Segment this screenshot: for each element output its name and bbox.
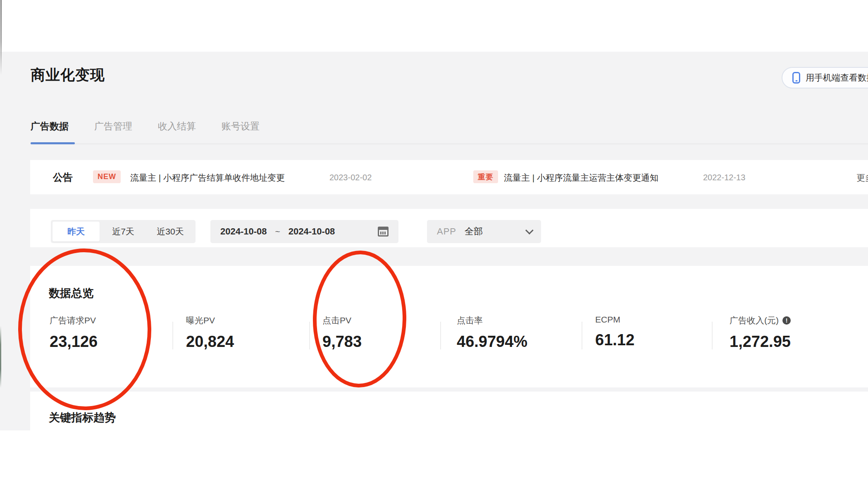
- app-filter-value: 全部: [465, 225, 483, 238]
- announcement-more-link[interactable]: 更多: [856, 172, 868, 184]
- date-range-picker[interactable]: 2024-10-08 ~ 2024-10-08: [210, 220, 398, 243]
- key-trend-title: 关键指标趋势: [49, 410, 116, 425]
- range-last-30-days-button[interactable]: 近30天: [147, 222, 194, 241]
- metric-value: 9,783: [322, 333, 362, 351]
- metric-label: 广告请求PV: [50, 315, 98, 326]
- metric-label: 点击PV: [322, 315, 362, 326]
- date-start-value: 2024-10-08: [220, 226, 267, 237]
- screen-edge-artifact: [0, 326, 1, 388]
- metric-label: 曝光PV: [186, 315, 234, 326]
- active-tab-underline: [31, 142, 75, 144]
- monetization-dashboard: 商业化变现 用手机端查看数据 广告数据 广告管理 收入结算 账号设置 公告 NE…: [0, 0, 868, 478]
- calendar-icon[interactable]: [378, 227, 389, 237]
- app-filter-dropdown[interactable]: APP 全部: [427, 220, 541, 243]
- metric-divider: [172, 322, 173, 349]
- filter-bar: 昨天 近7天 近30天 2024-10-08 ~ 2024-10-08 APP …: [30, 209, 868, 247]
- metric-divider: [309, 322, 310, 349]
- metric-ad-revenue: 广告收入(元) ! 1,272.95: [730, 315, 791, 351]
- tab-ad-management[interactable]: 广告管理: [94, 120, 132, 133]
- metric-label: 广告收入(元) !: [730, 315, 791, 326]
- phone-icon: [792, 72, 800, 84]
- screen-edge-artifact: [0, 0, 2, 75]
- announcement-date: 2022-12-13: [703, 173, 745, 182]
- range-yesterday-button[interactable]: 昨天: [52, 222, 100, 241]
- announcement-date: 2023-02-02: [329, 173, 372, 182]
- announcement-bar: 公告 NEW 流量主 | 小程序广告结算单收件地址变更 2023-02-02 重…: [30, 160, 868, 194]
- metric-divider: [440, 322, 441, 349]
- data-overview-title: 数据总览: [49, 286, 93, 301]
- announcement-link[interactable]: 流量主 | 小程序流量主运营主体变更通知: [504, 172, 658, 184]
- chevron-down-icon: [525, 226, 534, 234]
- key-trend-section: 关键指标趋势: [30, 392, 868, 478]
- metric-click-rate: 点击率 46.9794%: [457, 315, 527, 351]
- date-range-segmented-control: 昨天 近7天 近30天: [51, 220, 196, 243]
- announcement-link[interactable]: 流量主 | 小程序广告结算单收件地址变更: [130, 172, 285, 184]
- tab-account-settings[interactable]: 账号设置: [222, 120, 260, 133]
- metric-label: 点击率: [457, 315, 527, 326]
- metric-label-text: 广告收入(元): [730, 315, 779, 326]
- tab-bar-border: [31, 143, 868, 144]
- tab-revenue-settlement[interactable]: 收入结算: [158, 120, 196, 133]
- info-icon[interactable]: !: [782, 316, 791, 325]
- metric-ad-request-pv: 广告请求PV 23,126: [50, 315, 98, 351]
- metric-ecpm: ECPM 61.12: [595, 315, 634, 349]
- metric-click-pv: 点击PV 9,783: [322, 315, 362, 351]
- metric-value: 46.9794%: [457, 333, 527, 351]
- metric-divider: [712, 322, 713, 349]
- view-on-phone-button[interactable]: 用手机端查看数据: [782, 67, 868, 88]
- metric-value: 61.12: [595, 331, 634, 349]
- date-end-value: 2024-10-08: [289, 226, 335, 237]
- metric-label: ECPM: [595, 315, 634, 325]
- announcement-title: 公告: [53, 171, 73, 184]
- metric-value: 1,272.95: [730, 333, 791, 351]
- data-overview-section: 数据总览 广告请求PV 23,126 曝光PV 20,824 点击PV 9,78…: [30, 266, 868, 387]
- announcement-badge-new: NEW: [93, 170, 121, 183]
- page-title: 商业化变现: [31, 65, 105, 85]
- view-on-phone-label: 用手机端查看数据: [806, 72, 868, 84]
- metric-value: 23,126: [50, 333, 98, 351]
- range-last-7-days-button[interactable]: 近7天: [100, 222, 147, 241]
- date-separator: ~: [275, 227, 280, 237]
- tab-ad-data[interactable]: 广告数据: [31, 120, 69, 133]
- metric-divider: [582, 322, 582, 349]
- announcement-badge-important: 重要: [473, 170, 498, 183]
- metric-value: 20,824: [186, 333, 234, 351]
- metric-exposure-pv: 曝光PV 20,824: [186, 315, 234, 351]
- app-filter-label: APP: [437, 226, 456, 237]
